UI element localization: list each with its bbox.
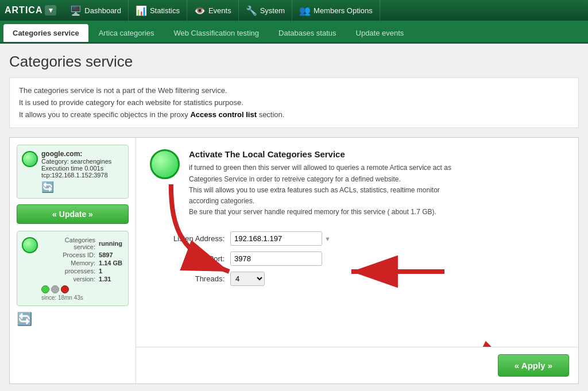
memory-label: Memory: bbox=[41, 259, 98, 267]
threads-label: Threads: bbox=[150, 274, 230, 283]
bottom-bar: « Apply » bbox=[136, 347, 578, 384]
page-title: Categories service bbox=[9, 53, 579, 71]
tab-bar: Categories service Artica categories Web… bbox=[0, 21, 588, 44]
form-section: Listen Address: ▼ Listen Port: Threads: … bbox=[150, 231, 564, 286]
pid-value: 5897 bbox=[98, 251, 123, 259]
tab-artica-categories[interactable]: Artica categories bbox=[90, 24, 164, 42]
server-status-dot bbox=[22, 151, 38, 167]
activate-desc-2: This will allows you to use extra featur… bbox=[189, 185, 465, 207]
server-tcp: tcp:192.168.1.152:3978 bbox=[41, 172, 123, 179]
logo-dropdown[interactable]: ▼ bbox=[45, 5, 56, 16]
processes-label: processes: bbox=[41, 267, 98, 275]
apply-button[interactable]: « Apply » bbox=[498, 354, 569, 377]
listen-address-arrow: ▼ bbox=[324, 235, 331, 242]
service-row-version: version: 1.31 bbox=[41, 275, 123, 283]
activate-desc-3: Be sure that your server handle required… bbox=[189, 207, 465, 218]
nav-events-label: Events bbox=[208, 6, 231, 15]
logo-area: ARTICA ▼ bbox=[5, 5, 56, 16]
service-row-memory: Memory: 1.14 GB bbox=[41, 259, 123, 267]
service-label: Categories service: bbox=[41, 236, 98, 251]
info-line-3-bold: Access control list bbox=[190, 110, 257, 119]
tab-update-events[interactable]: Update events bbox=[347, 24, 413, 42]
listen-address-row: Listen Address: ▼ bbox=[150, 231, 564, 246]
server-refresh-icon[interactable]: 🔄 bbox=[41, 181, 123, 193]
listen-address-input-group: ▼ bbox=[230, 231, 331, 246]
activate-title: Activate The Local Categories Service bbox=[189, 149, 465, 159]
status-icons bbox=[41, 285, 123, 293]
service-status-card: Categories service: running Process ID: … bbox=[17, 231, 129, 306]
memory-value: 1.14 GB bbox=[98, 259, 123, 267]
info-line-2: It is used to provide category for each … bbox=[19, 97, 569, 109]
members-icon: 👥 bbox=[299, 5, 311, 16]
processes-value: 1 bbox=[98, 267, 123, 275]
nav-statistics-label: Statistics bbox=[150, 6, 180, 15]
right-panel: Activate The Local Categories Service if… bbox=[136, 138, 578, 384]
status-circle-gray bbox=[51, 285, 59, 293]
service-status-table: Categories service: running Process ID: … bbox=[41, 236, 123, 283]
logo-text: ARTICA bbox=[5, 5, 42, 16]
server-card: google.com: Category: searchengines Exec… bbox=[17, 145, 129, 199]
version-value: 1.31 bbox=[98, 275, 123, 283]
left-panel: google.com: Category: searchengines Exec… bbox=[10, 138, 136, 384]
nav-dashboard-label: Dashboard bbox=[84, 6, 121, 15]
threads-select[interactable]: 4 8 16 bbox=[230, 272, 265, 286]
version-label: version: bbox=[41, 275, 98, 283]
threads-row: Threads: 4 8 16 bbox=[150, 272, 564, 286]
update-button[interactable]: « Update » bbox=[17, 204, 129, 224]
activate-text: Activate The Local Categories Service if… bbox=[189, 149, 465, 218]
service-row-pid: Process ID: 5897 bbox=[41, 251, 123, 259]
service-row-processes: processes: 1 bbox=[41, 267, 123, 275]
activate-section: Activate The Local Categories Service if… bbox=[150, 149, 564, 218]
nav-statistics[interactable]: 📊 Statistics bbox=[129, 0, 187, 21]
info-line-3-before: It allows you to create specific objectc… bbox=[19, 110, 190, 119]
server-execution: Execution time 0.001s bbox=[41, 165, 123, 172]
status-circle-red bbox=[61, 285, 69, 293]
service-running: running bbox=[98, 236, 123, 251]
listen-port-label: Listen Port: bbox=[150, 254, 230, 263]
info-box: The categories service is not a part of … bbox=[9, 78, 579, 128]
listen-port-row: Listen Port: bbox=[150, 251, 564, 266]
info-line-3: It allows you to create specific objectc… bbox=[19, 109, 569, 121]
tab-web-classification[interactable]: Web Classification testing bbox=[164, 24, 268, 42]
listen-address-input[interactable] bbox=[230, 231, 322, 246]
service-status-dot bbox=[22, 237, 38, 253]
page-content: Categories service The categories servic… bbox=[0, 44, 588, 391]
server-category: Category: searchengines bbox=[41, 158, 123, 165]
server-name: google.com: bbox=[41, 150, 123, 158]
listen-port-input[interactable] bbox=[230, 251, 322, 266]
since-text: since: 18mn 43s bbox=[41, 295, 123, 301]
info-line-3-after: section. bbox=[257, 110, 284, 119]
main-panel: google.com: Category: searchengines Exec… bbox=[9, 137, 579, 384]
activate-status-dot[interactable] bbox=[150, 149, 180, 179]
dashboard-icon: 🖥️ bbox=[70, 5, 82, 16]
system-icon: 🔧 bbox=[246, 5, 257, 16]
top-nav: ARTICA ▼ 🖥️ Dashboard 📊 Statistics 👁️ Ev… bbox=[0, 0, 588, 21]
activate-desc-1: if turned to green then this server will… bbox=[189, 162, 465, 184]
service-info: Categories service: running Process ID: … bbox=[41, 236, 123, 301]
nav-members-label: Members Options bbox=[314, 6, 373, 15]
server-info: google.com: Category: searchengines Exec… bbox=[41, 150, 123, 193]
nav-events[interactable]: 👁️ Events bbox=[187, 0, 239, 21]
listen-address-label: Listen Address: bbox=[150, 234, 230, 243]
service-row-status: Categories service: running bbox=[41, 236, 123, 251]
statistics-icon: 📊 bbox=[136, 5, 147, 16]
status-circle-green bbox=[41, 285, 49, 293]
pid-label: Process ID: bbox=[41, 251, 98, 259]
nav-system[interactable]: 🔧 System bbox=[239, 0, 292, 21]
events-icon: 👁️ bbox=[194, 5, 206, 16]
nav-dashboard[interactable]: 🖥️ Dashboard bbox=[63, 0, 129, 21]
nav-system-label: System bbox=[260, 6, 285, 15]
bottom-refresh-icon[interactable]: 🔄 bbox=[17, 312, 129, 327]
nav-members[interactable]: 👥 Members Options bbox=[292, 0, 380, 21]
tab-databases-status[interactable]: Databases status bbox=[269, 24, 345, 42]
tab-categories-service[interactable]: Categories service bbox=[3, 24, 88, 42]
info-line-1: The categories service is not a part of … bbox=[19, 85, 569, 97]
